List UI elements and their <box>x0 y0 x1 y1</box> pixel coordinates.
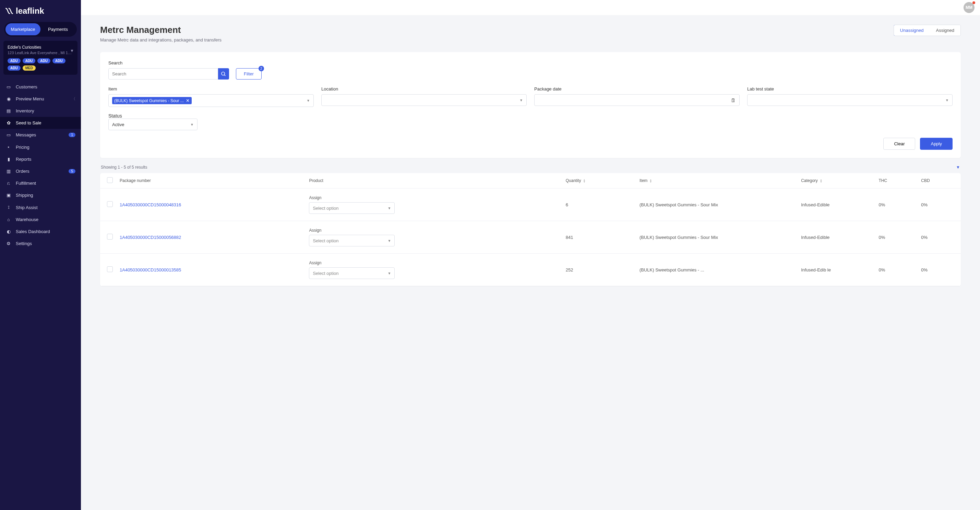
sidebar-item-preview[interactable]: ◉Preview Menu〈 <box>0 93 81 105</box>
sidebar-item-label: Messages <box>16 132 36 137</box>
eye-icon: ◉ <box>5 96 12 102</box>
company-badges: ADU ADU ADU ADU ADU MED <box>8 58 73 71</box>
row-checkbox[interactable] <box>107 266 113 272</box>
assign-dropdown[interactable]: Select option ▼ <box>309 235 395 246</box>
col-product: Product <box>305 173 562 189</box>
sidebar-item-shipping[interactable]: ▣Shipping <box>0 189 81 201</box>
row-checkbox[interactable] <box>107 234 113 240</box>
sidebar-item-settings[interactable]: ⚙Settings <box>0 238 81 249</box>
search-button[interactable] <box>218 68 229 79</box>
sidebar-item-reports[interactable]: ▮Reports <box>0 153 81 165</box>
sort-icon: ▲▼ <box>649 179 652 183</box>
cell-item: (BULK) Sweetspot Gummies - Sour Mix <box>636 189 797 221</box>
company-name: Eddie's Curiosities <box>8 45 73 50</box>
avatar[interactable]: MM <box>964 2 975 13</box>
assign-placeholder: Select option <box>313 238 339 243</box>
sidebar-item-customers[interactable]: ▭Customers <box>0 81 81 93</box>
sidebar-item-label: Sales Dashboard <box>16 229 50 234</box>
search-input[interactable] <box>108 68 218 79</box>
sidebar-item-label: Settings <box>16 241 32 246</box>
cell-cbd: 0% <box>918 189 961 221</box>
package-link[interactable]: 1A405030000CD15000013585 <box>120 267 181 272</box>
lab-test-label: Lab test state <box>747 86 953 92</box>
sidebar-item-ship-assist[interactable]: ⟟Ship Assist <box>0 201 81 213</box>
svg-point-0 <box>221 72 224 75</box>
tab-unassigned[interactable]: Unassigned <box>894 25 930 36</box>
company-address: 123 LeafLink Ave Everywhere , MI 123... <box>8 51 73 55</box>
col-quantity[interactable]: Quantity▲▼ <box>562 173 636 189</box>
cell-quantity: 252 <box>562 254 636 286</box>
collapse-icon[interactable]: ▼ <box>956 165 960 170</box>
clear-button[interactable]: Clear <box>883 138 915 150</box>
bulb-icon: ◐ <box>5 229 12 234</box>
chevron-down-icon: ▼ <box>388 207 391 210</box>
assign-label: Assign <box>309 228 558 233</box>
status-dropdown[interactable]: Active ▼ <box>108 119 197 130</box>
item-label: Item <box>108 86 314 92</box>
results-table: Package number Product Quantity▲▼ Item▲▼… <box>100 173 961 286</box>
topbar: MM <box>81 0 980 15</box>
cell-thc: 0% <box>875 221 918 254</box>
badge: ADU <box>8 58 21 64</box>
fulfillment-icon: ⎌ <box>5 181 12 186</box>
chevron-down-icon: ▼ <box>520 99 523 102</box>
logo: leaflink <box>0 0 81 22</box>
tab-assigned[interactable]: Assigned <box>930 25 961 36</box>
sidebar-item-inventory[interactable]: ▤Inventory <box>0 105 81 117</box>
assign-placeholder: Select option <box>313 206 339 211</box>
sidebar-item-orders[interactable]: ▥Orders5 <box>0 165 81 177</box>
assign-dropdown[interactable]: Select option ▼ <box>309 267 395 279</box>
col-category[interactable]: Category▲▼ <box>797 173 875 189</box>
svg-line-1 <box>224 75 225 76</box>
select-all-checkbox[interactable] <box>107 177 113 183</box>
chip-remove-icon[interactable]: ✕ <box>186 98 189 103</box>
truck-icon: ▣ <box>5 192 12 198</box>
chevron-down-icon: ▼ <box>388 272 391 275</box>
table-row: 1A405030000CD15000013585 Assign Select o… <box>100 254 961 286</box>
sidebar-item-label: Orders <box>16 168 30 174</box>
badge: ADU <box>52 58 65 64</box>
calendar-icon: 🗓 <box>731 97 736 103</box>
cell-cbd: 0% <box>918 254 961 286</box>
row-checkbox[interactable] <box>107 201 113 207</box>
lab-test-dropdown[interactable]: ▼ <box>747 94 953 106</box>
page-title: Metrc Management <box>100 25 221 35</box>
sidebar-item-pricing[interactable]: ⭑Pricing <box>0 141 81 153</box>
sidebar-item-label: Seed to Sale <box>16 120 41 126</box>
tab-payments[interactable]: Payments <box>40 23 75 35</box>
sidebar-item-sales-dashboard[interactable]: ◐Sales Dashboard <box>0 226 81 238</box>
sidebar-item-label: Reports <box>16 157 32 162</box>
package-date-input[interactable]: 🗓 <box>534 94 740 106</box>
chevron-down-icon: ▼ <box>70 48 74 53</box>
filter-button[interactable]: Filter 2 <box>236 68 262 79</box>
package-link[interactable]: 1A405030000CD15000048316 <box>120 202 181 207</box>
users-icon: ▭ <box>5 84 12 89</box>
assign-label: Assign <box>309 195 558 200</box>
assign-dropdown[interactable]: Select option ▼ <box>309 202 395 214</box>
assign-placeholder: Select option <box>313 271 339 276</box>
location-dropdown[interactable]: ▼ <box>321 94 527 106</box>
cell-thc: 0% <box>875 254 918 286</box>
col-item[interactable]: Item▲▼ <box>636 173 797 189</box>
sidebar-item-label: Shipping <box>16 192 33 198</box>
sidebar-item-label: Customers <box>16 84 37 89</box>
cell-quantity: 6 <box>562 189 636 221</box>
badge: ADU <box>22 58 36 64</box>
company-selector[interactable]: Eddie's Curiosities 123 LeafLink Ave Eve… <box>3 41 78 75</box>
badge-count: 5 <box>68 169 75 173</box>
brand-text: leaflink <box>16 6 44 16</box>
sidebar-item-messages[interactable]: ▭Messages1 <box>0 129 81 141</box>
sidebar-item-seed-to-sale[interactable]: ✿Seed to Sale <box>0 117 81 129</box>
tab-marketplace[interactable]: Marketplace <box>5 23 40 35</box>
gear-icon: ⚙ <box>5 241 12 246</box>
item-dropdown[interactable]: (BULK) Sweetspot Gummies - Sour ... ✕ ▼ <box>108 94 314 107</box>
assign-label: Assign <box>309 261 558 265</box>
table-row: 1A405030000CD15000048316 Assign Select o… <box>100 189 961 221</box>
sidebar-item-fulfillment[interactable]: ⎌Fulfillment <box>0 177 81 189</box>
sidebar-item-warehouse[interactable]: ⌂Warehouse <box>0 213 81 226</box>
search-icon <box>221 71 226 77</box>
package-link[interactable]: 1A405030000CD15000056882 <box>120 235 181 240</box>
top-toggle: Marketplace Payments <box>4 22 77 37</box>
message-icon: ▭ <box>5 132 12 137</box>
apply-button[interactable]: Apply <box>920 138 953 150</box>
